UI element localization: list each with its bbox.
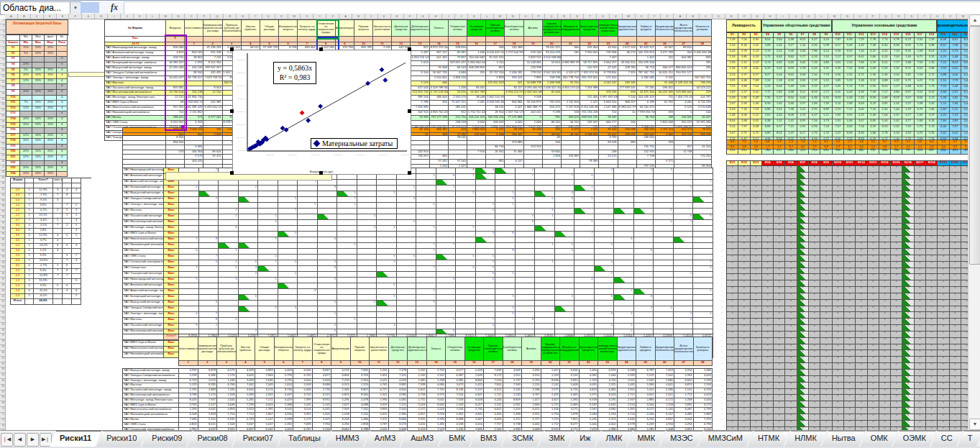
cell[interactable]: 8 [938,300,949,306]
cell[interactable] [199,266,219,272]
column-header[interactable]: D [713,14,725,19]
column-header[interactable]: I [442,14,455,19]
cell[interactable]: 0 [416,203,436,209]
cell[interactable]: 8 [833,376,844,383]
cell[interactable]: 2 [674,318,694,324]
cell[interactable] [20,84,32,90]
cell[interactable]: 7,539 [237,403,256,408]
cell[interactable] [555,278,575,283]
cell[interactable]: 6 [377,283,397,289]
cell[interactable]: 8 [844,363,856,370]
cell[interactable] [674,197,694,203]
cell[interactable]: 8 [902,198,914,204]
cell[interactable]: 342 924 [411,111,429,116]
cell[interactable]: 8,93 [833,96,844,102]
cell[interactable]: 2,627 [331,403,351,408]
cell[interactable]: 8 [938,389,949,396]
cell[interactable]: 7,50 [915,61,926,67]
cell[interactable]: 8 [820,344,832,351]
cell[interactable]: 6 100 [411,71,429,76]
cell[interactable] [574,301,595,306]
cell[interactable]: 8 [879,173,891,179]
cell[interactable]: 8 [751,191,762,198]
cell[interactable]: 8 [774,338,785,344]
cell[interactable]: 5,505 [313,413,332,418]
cell[interactable]: 8 [879,274,891,280]
cell[interactable]: 0,68 [902,85,914,91]
cell[interactable] [199,243,219,249]
cell[interactable]: 5 [377,295,397,301]
cell[interactable]: 8 [891,236,902,242]
cell[interactable] [654,214,674,220]
cell[interactable]: 3 [72,229,81,234]
cell[interactable] [63,198,72,204]
cell[interactable]: 724 [599,111,618,116]
cell[interactable]: 8 [856,236,867,242]
cell[interactable] [416,278,436,283]
cell[interactable]: 2,350 [351,379,370,384]
cell[interactable] [637,160,656,165]
sheet-tab-Иж[interactable]: Иж [569,431,600,447]
cell[interactable] [45,63,57,68]
cell[interactable]: -7,9% [34,193,53,198]
cell[interactable] [505,155,523,160]
cell[interactable]: 7,68 [751,79,762,85]
cell[interactable]: 3 769 [599,136,618,141]
cell[interactable] [495,266,516,272]
cell[interactable]: 8 [856,421,867,427]
cell[interactable]: 8 [833,401,844,408]
cell[interactable]: 354 [674,51,693,56]
cell[interactable]: 8 [891,408,902,414]
cell[interactable] [72,264,81,269]
cell[interactable]: 2,97 [809,79,820,85]
cell[interactable]: 8 [727,204,738,211]
cell[interactable]: 7 [72,269,81,274]
cell[interactable]: 8 [809,414,820,421]
cell[interactable]: 5,21 [820,114,832,119]
cell[interactable] [416,209,436,214]
cell[interactable]: факт [45,35,57,41]
sheet-tab-НЛМК[interactable]: НЛМК [784,431,827,447]
cell[interactable]: 8 [856,262,867,268]
numbering-cell[interactable]: 7 [293,361,313,366]
cell[interactable]: 20% [45,123,57,129]
cell[interactable] [337,209,357,214]
cell[interactable] [524,155,543,160]
cell[interactable] [634,255,654,260]
cell[interactable]: 8 [856,306,867,313]
cell[interactable]: 4,38 [785,91,797,96]
cell[interactable]: 4,951 [522,413,541,418]
cell[interactable]: 4,641 [198,408,218,413]
cell[interactable]: 8 [774,383,785,389]
cell[interactable]: 4,677 [313,374,332,379]
cell[interactable]: 2,05 [751,44,762,50]
cell[interactable] [486,86,505,91]
cell[interactable] [357,174,377,180]
cell[interactable]: 1 862 510 994 [486,96,505,101]
cell[interactable] [555,301,575,306]
cell[interactable] [535,295,555,301]
cell[interactable]: 2,947 [618,398,637,403]
cell[interactable]: 8 [891,357,902,363]
cell[interactable]: 8 [938,357,949,363]
cell[interactable] [337,232,357,237]
cell[interactable]: 363 623 [562,116,580,121]
cell[interactable]: 29 707 116 [486,71,505,76]
cell[interactable]: 1,450 [580,369,599,374]
cell[interactable]: 7,13 [950,114,961,119]
cell[interactable] [574,272,595,278]
sheet-tab-АшМЗ[interactable]: АшМЗ [400,431,444,447]
cell[interactable] [574,191,595,197]
cell[interactable] [258,283,278,289]
cell[interactable]: 6 [456,255,476,260]
cell[interactable]: 5,391 [618,408,637,413]
cell[interactable]: 19,1% [34,214,53,219]
row-header[interactable]: 43 [0,255,5,261]
cell[interactable]: 1,205 [370,369,389,374]
cell[interactable] [416,220,436,226]
cell[interactable]: 8 [762,325,774,332]
row-header[interactable]: 8 [0,58,5,64]
cell[interactable]: 1 [595,220,615,226]
cell[interactable]: 8 [833,280,844,287]
cell[interactable]: 7,291 [694,418,713,423]
